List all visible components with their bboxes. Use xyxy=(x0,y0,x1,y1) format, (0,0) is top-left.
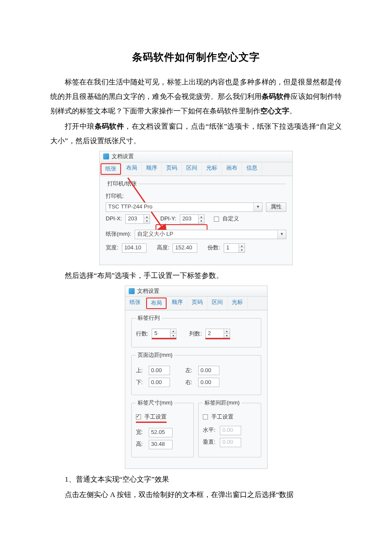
paragraph-1: 标签在在我们生活中随处可见，标签上出现的内容也是多种多样的，但是很显然都是传统的… xyxy=(50,75,342,119)
page-margin-group: 页面边距(mm) 上: 0.00 左: 0.00 下: 0.00 右: 0.00 xyxy=(131,352,261,395)
app-logo-icon xyxy=(103,153,109,159)
chevron-up-icon: ▲ xyxy=(144,215,150,220)
printer-label: 打印机: xyxy=(106,193,124,200)
tab-bar: 纸张 布局 顺序 页码 区间 光标 画布 信息 xyxy=(100,162,292,176)
cols-stepper[interactable]: 2 ▲▼ xyxy=(205,329,230,339)
tab-cursor[interactable]: 光标 xyxy=(202,162,222,176)
printer-select[interactable]: TSC TTP-244 Pro ▼ xyxy=(106,202,262,212)
size-width-label: 宽: xyxy=(136,429,145,436)
properties-button[interactable]: 属性 xyxy=(266,202,286,212)
chevron-down-icon: ▼ xyxy=(224,334,230,338)
dpiy-label: DPI-Y: xyxy=(160,215,176,223)
copies-input[interactable]: 1 xyxy=(224,243,239,253)
paragraph-3: 然后选择“布局”选项卡，手工设置一下标签参数。 xyxy=(50,269,342,283)
app-logo-icon xyxy=(129,288,135,294)
dpiy-stepper[interactable]: 203 ▲▼ xyxy=(180,214,205,224)
dialog-titlebar: 文档设置 xyxy=(125,286,267,297)
chevron-up-icon: ▲ xyxy=(170,329,176,334)
printer-value: TSC TTP-244 Pro xyxy=(108,203,153,211)
tab-layout[interactable]: 布局 xyxy=(122,162,142,176)
tab-layout[interactable]: 布局 xyxy=(146,298,167,309)
custom-checkbox[interactable] xyxy=(214,217,219,222)
dpix-label: DPI-X: xyxy=(106,215,122,223)
tab-page[interactable]: 页码 xyxy=(162,162,182,176)
gap-horizontal-label: 水平: xyxy=(203,427,216,434)
chevron-up-icon: ▲ xyxy=(239,244,245,249)
printer-paper-legend: 打印机/纸张 xyxy=(106,180,138,188)
width-input[interactable]: 104.10 xyxy=(122,243,147,253)
text: 。 xyxy=(289,107,297,115)
margin-bottom-input[interactable]: 0.00 xyxy=(149,378,170,387)
gap-vertical-label: 垂直: xyxy=(203,439,216,446)
text: 打开中琅 xyxy=(65,122,95,130)
tab-info[interactable]: 信息 xyxy=(242,162,262,176)
gap-horizontal-input: 0.00 xyxy=(220,426,241,435)
cols-label: 列数: xyxy=(189,330,202,338)
rows-label: 行数: xyxy=(136,330,149,338)
paragraph-5: 点击左侧实心 A 按钮，双击绘制好的文本框，在弹出窗口之后选择“数据 xyxy=(50,488,342,502)
bold-term: 条码软件 xyxy=(262,92,291,101)
chevron-up-icon: ▲ xyxy=(224,329,230,334)
label-gap-legend: 标签间距(mm) xyxy=(203,399,241,407)
size-height-input[interactable]: 30.48 xyxy=(149,440,173,449)
tab-bar: 纸张 布局 顺序 页码 区间 光标 xyxy=(125,297,267,310)
gap-manual-label: 手工设置 xyxy=(211,413,233,421)
custom-label: 自定义 xyxy=(222,215,239,223)
paper-size-select[interactable]: 自定义大小 LP ▼ xyxy=(135,230,286,239)
size-width-input[interactable]: 52.05 xyxy=(149,428,173,437)
dpix-input[interactable]: 203 xyxy=(125,214,144,224)
manual-set-checkbox[interactable] xyxy=(136,414,141,419)
margin-left-input[interactable]: 0.00 xyxy=(198,366,219,375)
manual-set-label: 手工设置 xyxy=(144,413,167,421)
copies-stepper[interactable]: 1 ▲▼ xyxy=(224,243,245,253)
size-height-label: 高: xyxy=(136,441,145,448)
margin-top-input[interactable]: 0.00 xyxy=(149,366,170,375)
gap-manual-checkbox[interactable] xyxy=(203,414,208,419)
chevron-down-icon: ▼ xyxy=(144,219,150,223)
tab-range[interactable]: 区间 xyxy=(182,162,202,176)
height-input[interactable]: 152.40 xyxy=(173,243,197,253)
tab-paper[interactable]: 纸张 xyxy=(101,163,121,175)
gap-vertical-input: 0.00 xyxy=(220,438,241,447)
bold-term: 空心文字 xyxy=(260,107,289,115)
cols-input[interactable]: 2 xyxy=(205,329,224,338)
chevron-down-icon: ▼ xyxy=(239,248,245,252)
tab-range[interactable]: 区间 xyxy=(208,297,228,310)
dpiy-input[interactable]: 203 xyxy=(180,214,199,224)
rows-stepper[interactable]: 5 ▲▼ xyxy=(152,329,176,339)
document-settings-dialog-2: 文档设置 纸张 布局 顺序 页码 区间 光标 标签行列 行数: 5 ▲▼ 列数: xyxy=(125,286,268,469)
page-title: 条码软件如何制作空心文字 xyxy=(50,47,342,67)
paragraph-4: 1、普通文本实现“空心文字”效果 xyxy=(50,472,342,487)
margin-right-label: 右: xyxy=(185,379,195,386)
label-gap-group: 标签间距(mm) 手工设置 水平: 0.00 垂直: 0.00 xyxy=(198,399,261,457)
printer-paper-group: 打印机/纸张 打印机: TSC TTP-244 Pro ▼ 属性 DPI-X: … xyxy=(106,180,286,255)
copies-label: 份数: xyxy=(208,244,220,251)
dpix-stepper[interactable]: 203 ▲▼ xyxy=(125,214,150,224)
margin-legend: 页面边距(mm) xyxy=(136,352,174,359)
document-settings-dialog-1: 文档设置 纸张 布局 顺序 页码 区间 光标 画布 信息 打印机/纸张 打印机:… xyxy=(99,151,293,265)
paragraph-2: 打开中琅条码软件，在文档设置窗口，点击“纸张”选项卡，纸张下拉选项选择“自定义大… xyxy=(50,119,342,148)
bold-term: 条码软件 xyxy=(95,122,124,130)
paper-size-value: 自定义大小 LP xyxy=(137,231,173,238)
dialog-title: 文档设置 xyxy=(137,288,159,295)
chevron-down-icon: ▼ xyxy=(277,230,286,239)
margin-top-label: 上: xyxy=(136,367,145,374)
tab-page[interactable]: 页码 xyxy=(187,297,208,310)
paper-label: 纸张(mm): xyxy=(106,231,131,238)
dialog-titlebar: 文档设置 xyxy=(100,151,292,162)
label-size-legend: 标签尺寸(mm) xyxy=(136,399,174,407)
width-label: 宽度: xyxy=(106,244,118,251)
tab-cursor[interactable]: 光标 xyxy=(228,297,248,310)
tab-order[interactable]: 顺序 xyxy=(167,297,187,310)
tab-order[interactable]: 顺序 xyxy=(142,162,162,176)
margin-left-label: 左: xyxy=(185,367,195,374)
chevron-down-icon: ▼ xyxy=(199,219,204,223)
tab-paper[interactable]: 纸张 xyxy=(125,297,145,310)
chevron-down-icon: ▼ xyxy=(254,203,262,211)
label-size-group: 标签尺寸(mm) 手工设置 宽: 52.05 高: 30.48 xyxy=(131,399,194,457)
tab-canvas[interactable]: 画布 xyxy=(222,162,242,176)
rows-input[interactable]: 5 xyxy=(152,329,170,338)
chevron-down-icon: ▼ xyxy=(170,334,176,338)
margin-right-input[interactable]: 0.00 xyxy=(198,378,219,387)
dialog-title: 文档设置 xyxy=(112,153,134,160)
